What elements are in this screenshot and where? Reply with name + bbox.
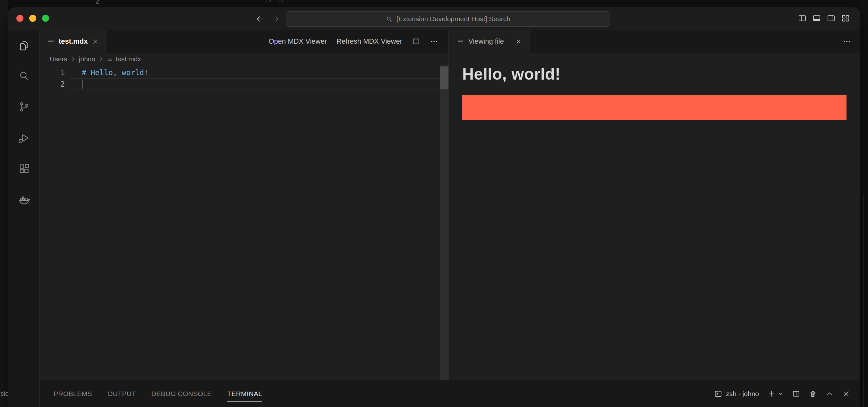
editor-tab-bar: test.mdx Open MDX Viewer Refresh MDX Vie…	[40, 30, 448, 53]
code-line-current: 2	[40, 78, 440, 90]
panel-tabs: PROBLEMS OUTPUT DEBUG CONSOLE TERMINAL	[40, 380, 262, 407]
tab-label: Viewing file	[468, 37, 504, 46]
chevron-down-icon	[777, 390, 784, 397]
activity-source-control-button[interactable]	[8, 99, 40, 115]
scrollbar-thumb[interactable]	[440, 66, 448, 89]
terminal-session-label: zsh - johno	[726, 390, 759, 398]
docker-whale-icon	[18, 194, 30, 206]
layout-grid-icon	[841, 14, 850, 23]
chevron-right-icon	[98, 56, 104, 62]
editor-cursor	[82, 80, 83, 89]
code-line: 1 # Hello, world!	[40, 67, 440, 78]
more-actions-button[interactable]	[430, 37, 438, 46]
terminal-session[interactable]: zsh - johno	[714, 390, 759, 398]
titlebar: [Extension Development Host] Search	[8, 8, 860, 30]
close-panel-button[interactable]	[842, 390, 850, 398]
activity-docker-button[interactable]	[8, 192, 40, 208]
mdx-file-icon	[47, 38, 55, 45]
new-terminal-button[interactable]	[767, 390, 776, 398]
refresh-mdx-viewer-button[interactable]: Refresh MDX Viewer	[337, 37, 402, 46]
navigate-back-button[interactable]	[255, 13, 266, 24]
code-line-1-text: # Hello, world!	[69, 67, 440, 78]
sidebar-right-icon	[827, 14, 836, 23]
extensions-icon	[18, 163, 30, 175]
arrow-left-icon	[255, 14, 265, 24]
close-tab-icon[interactable]	[515, 38, 522, 45]
git-branch-icon	[18, 101, 30, 113]
breadcrumb-item-users[interactable]: Users	[50, 55, 67, 63]
activity-search-button[interactable]	[8, 68, 40, 84]
panel-tab-problems[interactable]: PROBLEMS	[54, 380, 92, 407]
line-number: 1	[40, 68, 69, 77]
split-editor-button[interactable]	[412, 37, 420, 46]
tab-test-mdx[interactable]: test.mdx	[40, 30, 106, 53]
panel-tab-debug-console[interactable]: DEBUG CONSOLE	[151, 380, 212, 407]
editor-actions: Open MDX Viewer Refresh MDX Viewer	[269, 30, 448, 53]
search-icon	[385, 16, 393, 23]
panel-tab-terminal[interactable]: TERMINAL	[227, 380, 262, 407]
layout-controls	[798, 14, 850, 23]
webview-icon	[457, 38, 464, 45]
breadcrumb-item-file[interactable]: test.mdx	[107, 55, 141, 63]
chevron-right-icon	[70, 56, 76, 62]
activity-explorer-button[interactable]	[8, 38, 40, 54]
navigate-forward-button[interactable]	[270, 13, 281, 24]
bottom-panel: PROBLEMS OUTPUT DEBUG CONSOLE TERMINAL z…	[40, 380, 860, 407]
terminal-profile-dropdown-button[interactable]	[777, 390, 784, 397]
preview-group: Viewing file Hello, world!	[449, 30, 860, 380]
zoom-window-button[interactable]	[42, 15, 49, 22]
kill-terminal-button[interactable]	[809, 390, 817, 398]
sidebar-left-icon	[798, 14, 807, 23]
breadcrumb: Users johno test.mdx	[40, 53, 448, 65]
close-tab-icon[interactable]	[92, 38, 98, 45]
toggle-primary-sidebar-button[interactable]	[798, 14, 807, 23]
preview-heading: Hello, world!	[462, 65, 846, 83]
customize-layout-button[interactable]	[841, 14, 850, 23]
panel-bottom-icon	[812, 14, 821, 23]
tab-viewing-file[interactable]: Viewing file	[449, 30, 530, 53]
toggle-panel-button[interactable]	[812, 14, 821, 23]
arrow-right-icon	[271, 14, 280, 24]
toggle-secondary-sidebar-button[interactable]	[827, 14, 836, 23]
command-center-label: [Extension Development Host] Search	[397, 15, 510, 23]
background-window-text: sic	[0, 390, 9, 397]
activity-bar	[8, 30, 40, 407]
close-window-button[interactable]	[17, 15, 23, 22]
terminal-icon	[714, 390, 722, 398]
preview-tab-bar: Viewing file	[449, 30, 860, 53]
background-window-strip	[0, 0, 8, 407]
plus-icon	[767, 390, 776, 398]
command-center-search[interactable]: [Extension Development Host] Search	[286, 11, 610, 27]
activity-extensions-button[interactable]	[8, 161, 40, 177]
background-window-fragment-text: 2	[96, 0, 99, 5]
code-editor[interactable]: 1 # Hello, world! 2	[40, 65, 440, 380]
background-window-edge	[864, 194, 864, 407]
preview-more-actions-button[interactable]	[843, 30, 860, 53]
ellipsis-icon	[430, 37, 438, 46]
breadcrumb-item-johno[interactable]: johno	[79, 55, 95, 63]
mdx-preview-webview: Hello, world!	[449, 53, 860, 380]
panel-controls: zsh - johno	[714, 390, 860, 398]
new-terminal-control	[767, 390, 784, 398]
minimize-window-button[interactable]	[29, 15, 36, 22]
trash-icon	[809, 390, 817, 398]
chevron-up-icon	[825, 390, 834, 398]
split-terminal-icon	[792, 390, 800, 398]
editor-group: test.mdx Open MDX Viewer Refresh MDX Vie…	[40, 30, 448, 380]
editor-scrollbar[interactable]	[440, 65, 448, 380]
activity-run-debug-button[interactable]	[8, 130, 40, 146]
tab-label: test.mdx	[59, 37, 88, 46]
close-icon	[842, 390, 850, 398]
maximize-panel-button[interactable]	[825, 390, 834, 398]
panel-tab-output[interactable]: OUTPUT	[107, 380, 136, 407]
code-line-2-text	[69, 78, 440, 90]
line-number: 2	[40, 80, 69, 88]
breadcrumb-file-label: test.mdx	[116, 55, 141, 63]
run-debug-icon	[18, 132, 30, 144]
preview-content-bar	[462, 95, 846, 120]
vscode-window: [Extension Development Host] Search	[8, 8, 860, 407]
open-mdx-viewer-button[interactable]: Open MDX Viewer	[269, 37, 327, 46]
split-editor-icon	[412, 37, 420, 46]
mdx-file-icon	[107, 56, 113, 62]
split-terminal-button[interactable]	[792, 390, 800, 398]
